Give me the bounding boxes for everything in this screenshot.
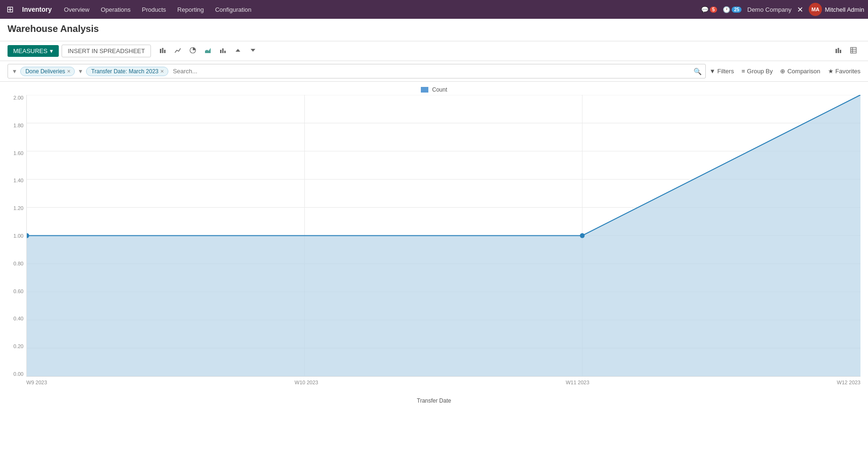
groupby-icon: ≡ bbox=[742, 68, 745, 75]
x-label-w12: W12 2023 bbox=[837, 380, 860, 385]
pie-chart-icon[interactable] bbox=[186, 44, 200, 58]
y-label-020: 0.20 bbox=[8, 343, 26, 349]
y-axis: 0.00 0.20 0.40 0.60 0.80 1.00 1.20 1.40 … bbox=[8, 95, 26, 377]
filter-tag-transfer-date[interactable]: Transfer Date: March 2023 × bbox=[86, 67, 168, 76]
chart-legend: Count bbox=[8, 82, 860, 95]
filters-label: Filters bbox=[718, 68, 734, 75]
chart-svg bbox=[27, 95, 860, 376]
comparison-button[interactable]: ⊕ Comparison bbox=[780, 68, 820, 75]
filter-bar: ▼ Done Deliveries × ▼ Transfer Date: Mar… bbox=[0, 61, 868, 82]
svg-rect-5 bbox=[220, 50, 221, 53]
company-name[interactable]: Demo Company bbox=[747, 6, 791, 13]
svg-rect-1 bbox=[162, 48, 164, 53]
y-label-200: 2.00 bbox=[8, 95, 26, 101]
apps-menu-icon[interactable]: ⊞ bbox=[4, 2, 16, 16]
clock-icon: 🕐 bbox=[723, 6, 730, 13]
svg-marker-4 bbox=[205, 48, 211, 53]
chart-type-icons bbox=[156, 44, 260, 58]
topnav-right: 💬 5 🕐 25 Demo Company ✕ MA Mitchell Admi… bbox=[701, 3, 864, 16]
groupby-label: Group By bbox=[747, 68, 773, 75]
svg-rect-10 bbox=[840, 50, 841, 53]
favorites-icon: ★ bbox=[828, 68, 834, 75]
nav-configuration[interactable]: Configuration bbox=[210, 4, 256, 15]
y-label-160: 1.60 bbox=[8, 150, 26, 156]
sort-asc-icon[interactable] bbox=[231, 44, 245, 58]
toolbar: MEASURES ▾ INSERT IN SPREADSHEET bbox=[0, 41, 868, 61]
measures-button[interactable]: MEASURES ▾ bbox=[8, 45, 59, 57]
insert-spreadsheet-button[interactable]: INSERT IN SPREADSHEET bbox=[62, 45, 151, 57]
comparison-label: Comparison bbox=[787, 68, 820, 75]
y-label-080: 0.80 bbox=[8, 261, 26, 266]
line-chart-icon[interactable] bbox=[171, 44, 185, 58]
data-point-w11 bbox=[580, 233, 584, 238]
search-filter-container: ▼ Done Deliveries × ▼ Transfer Date: Mar… bbox=[8, 64, 706, 78]
chart-area: Count 0.00 0.20 0.40 0.60 0.80 1.00 1.20… bbox=[0, 82, 868, 413]
legend-color-count bbox=[421, 87, 428, 93]
top-navigation: ⊞ Inventory Overview Operations Products… bbox=[0, 0, 868, 19]
chat-icon: 💬 bbox=[701, 6, 709, 13]
y-label-0: 0.00 bbox=[8, 371, 26, 377]
graph-view-icon[interactable] bbox=[831, 44, 845, 58]
y-label-100: 1.00 bbox=[8, 233, 26, 239]
nav-reporting[interactable]: Reporting bbox=[173, 4, 208, 15]
favorites-button[interactable]: ★ Favorites bbox=[828, 68, 860, 75]
filter-funnel-icon: ▼ bbox=[12, 68, 17, 75]
x-axis-title: Transfer Date bbox=[8, 396, 860, 404]
user-avatar: MA bbox=[809, 3, 822, 16]
area-chart-icon[interactable] bbox=[201, 44, 215, 58]
svg-rect-6 bbox=[222, 48, 224, 53]
y-label-040: 0.40 bbox=[8, 316, 26, 321]
odoo-icon: ✕ bbox=[797, 5, 803, 14]
svg-rect-7 bbox=[224, 51, 226, 53]
favorites-label: Favorites bbox=[836, 68, 860, 75]
nav-operations[interactable]: Operations bbox=[96, 4, 135, 15]
filter-tag-close-done-deliveries[interactable]: × bbox=[67, 68, 71, 74]
clock-icon-badge[interactable]: 🕐 25 bbox=[723, 6, 742, 13]
column-chart-icon[interactable] bbox=[216, 44, 230, 58]
page-title: Warehouse Analysis bbox=[8, 23, 860, 34]
filter-tag-label-2: Transfer Date: March 2023 bbox=[91, 68, 158, 75]
filter-buttons: ▼ Filters ≡ Group By ⊕ Comparison ★ Favo… bbox=[710, 68, 860, 75]
nav-overview[interactable]: Overview bbox=[59, 4, 94, 15]
filter-tag-close-transfer-date[interactable]: × bbox=[160, 68, 164, 74]
filter-funnel-icon-2: ▼ bbox=[78, 68, 83, 75]
search-icon[interactable]: 🔍 bbox=[694, 68, 702, 75]
filters-button[interactable]: ▼ Filters bbox=[710, 68, 734, 75]
user-name: Mitchell Admin bbox=[825, 6, 864, 13]
sort-desc-icon[interactable] bbox=[246, 44, 260, 58]
chat-icon-badge[interactable]: 💬 5 bbox=[701, 6, 718, 13]
chat-count: 5 bbox=[710, 7, 718, 13]
nav-products[interactable]: Products bbox=[137, 4, 171, 15]
user-menu[interactable]: MA Mitchell Admin bbox=[809, 3, 864, 16]
y-label-140: 1.40 bbox=[8, 178, 26, 183]
filter-tag-done-deliveries[interactable]: Done Deliveries × bbox=[20, 67, 75, 76]
y-label-180: 1.80 bbox=[8, 123, 26, 128]
filter-tag-label: Done Deliveries bbox=[25, 68, 65, 75]
measures-label: MEASURES bbox=[13, 47, 47, 54]
filter-icon: ▼ bbox=[710, 68, 716, 75]
x-label-w9: W9 2023 bbox=[26, 380, 47, 385]
chart-wrapper: 0.00 0.20 0.40 0.60 0.80 1.00 1.20 1.40 … bbox=[8, 95, 860, 396]
pivot-view-icon[interactable] bbox=[846, 44, 860, 58]
brand-label[interactable]: Inventory bbox=[18, 6, 55, 13]
x-label-w10: W10 2023 bbox=[295, 380, 318, 385]
x-label-w11: W11 2023 bbox=[566, 380, 589, 385]
y-label-120: 1.20 bbox=[8, 205, 26, 211]
user-initials: MA bbox=[812, 7, 820, 12]
measures-dropdown-icon: ▾ bbox=[50, 47, 53, 54]
legend-label-count: Count bbox=[432, 86, 447, 93]
clock-count: 25 bbox=[732, 7, 742, 13]
view-icons bbox=[831, 44, 860, 58]
chart-inner bbox=[26, 95, 860, 377]
svg-rect-0 bbox=[160, 49, 161, 53]
svg-rect-11 bbox=[851, 47, 856, 53]
groupby-button[interactable]: ≡ Group By bbox=[742, 68, 773, 75]
svg-rect-9 bbox=[838, 48, 839, 53]
bar-chart-icon[interactable] bbox=[156, 44, 170, 58]
search-input[interactable] bbox=[171, 66, 691, 77]
svg-rect-8 bbox=[836, 49, 837, 53]
page-header: Warehouse Analysis bbox=[0, 19, 868, 41]
x-axis: W9 2023 W10 2023 W11 2023 W12 2023 bbox=[26, 377, 860, 396]
comparison-icon: ⊕ bbox=[780, 68, 785, 75]
y-label-060: 0.60 bbox=[8, 288, 26, 294]
